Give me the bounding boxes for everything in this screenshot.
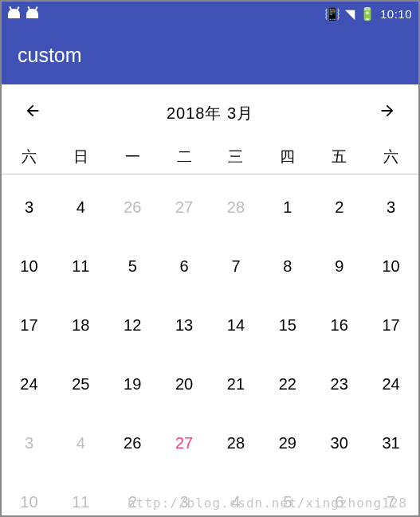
prev-month-button[interactable] (19, 99, 46, 127)
month-label: 2018年 3月 (167, 103, 253, 124)
calendar-day[interactable]: 1 (261, 178, 313, 237)
calendar-day[interactable]: 3 (365, 178, 417, 237)
calendar-day[interactable]: 28 (210, 178, 262, 237)
calendar-day[interactable]: 10 (3, 237, 55, 296)
battery-charging-icon: 🔋 (359, 6, 375, 22)
calendar-day[interactable]: 5 (107, 237, 159, 296)
calendar-day[interactable]: 4 (210, 472, 262, 517)
app-bar: custom (2, 25, 418, 84)
no-sim-icon: ◥ (345, 6, 355, 22)
calendar-day[interactable]: 4 (55, 413, 107, 472)
app-title: custom (18, 44, 82, 67)
calendar-day[interactable]: 31 (365, 413, 417, 472)
calendar-day[interactable]: 16 (313, 296, 365, 354)
weekday-label: 日 (55, 147, 107, 167)
calendar-day[interactable]: 2 (313, 178, 365, 237)
calendar-day[interactable]: 23 (313, 354, 365, 413)
calendar-day[interactable]: 15 (261, 296, 313, 354)
calendar-day[interactable]: 10 (3, 472, 55, 517)
weekday-label: 一 (107, 147, 159, 167)
calendar: 2018年 3月 六日一二三四五六 3426272812310115678910… (2, 84, 418, 517)
calendar-day[interactable]: 27 (159, 178, 210, 237)
android-icon (26, 9, 38, 18)
status-bar: 📳 ◥ 🔋 10:10 (2, 2, 418, 25)
calendar-grid: 3426272812310115678910171812131415161724… (2, 174, 418, 517)
weekday-label: 二 (159, 147, 210, 167)
calendar-day[interactable]: 28 (210, 413, 262, 472)
calendar-day[interactable]: 2 (107, 472, 159, 517)
calendar-day[interactable]: 13 (159, 296, 210, 354)
calendar-day[interactable]: 29 (261, 413, 313, 472)
calendar-day[interactable]: 22 (261, 354, 313, 413)
status-left (8, 9, 38, 18)
calendar-day[interactable]: 21 (210, 354, 262, 413)
calendar-day[interactable]: 3 (3, 413, 55, 472)
calendar-day[interactable]: 6 (313, 472, 365, 517)
calendar-day[interactable]: 24 (365, 354, 417, 413)
calendar-day[interactable]: 17 (365, 296, 417, 354)
android-icon (8, 9, 20, 18)
calendar-day[interactable]: 10 (365, 237, 417, 296)
calendar-day[interactable]: 4 (55, 178, 107, 237)
calendar-day[interactable]: 24 (3, 354, 55, 413)
weekday-label: 六 (365, 147, 417, 167)
calendar-day[interactable]: 9 (313, 237, 365, 296)
calendar-day[interactable]: 5 (261, 472, 313, 517)
calendar-day[interactable]: 25 (55, 354, 107, 413)
calendar-day[interactable]: 6 (159, 237, 210, 296)
calendar-day[interactable]: 14 (210, 296, 262, 354)
calendar-day[interactable]: 17 (3, 296, 55, 354)
calendar-day[interactable]: 20 (159, 354, 210, 413)
calendar-day[interactable]: 7 (365, 472, 417, 517)
weekday-label: 三 (210, 147, 262, 167)
arrow-left-icon (24, 102, 41, 119)
status-time: 10:10 (380, 7, 412, 21)
calendar-day[interactable]: 3 (159, 472, 210, 517)
calendar-day[interactable]: 8 (261, 237, 313, 296)
calendar-day[interactable]: 11 (55, 237, 107, 296)
status-right: 📳 ◥ 🔋 10:10 (324, 6, 412, 22)
calendar-day[interactable]: 26 (107, 178, 159, 237)
calendar-day[interactable]: 27 (159, 413, 210, 472)
calendar-day[interactable]: 26 (107, 413, 159, 472)
calendar-day[interactable]: 3 (3, 178, 55, 237)
calendar-day[interactable]: 18 (55, 296, 107, 354)
weekday-label: 六 (3, 147, 55, 167)
weekday-label: 五 (313, 147, 365, 167)
calendar-day[interactable]: 7 (210, 237, 262, 296)
next-month-button[interactable] (374, 99, 401, 127)
arrow-right-icon (379, 102, 396, 119)
calendar-day[interactable]: 19 (107, 354, 159, 413)
weekday-label: 四 (261, 147, 313, 167)
vibrate-icon: 📳 (324, 6, 340, 22)
month-navigation: 2018年 3月 (2, 84, 418, 137)
weekday-header: 六日一二三四五六 (2, 137, 418, 174)
calendar-day[interactable]: 11 (55, 472, 107, 517)
calendar-day[interactable]: 30 (313, 413, 365, 472)
calendar-day[interactable]: 12 (107, 296, 159, 354)
